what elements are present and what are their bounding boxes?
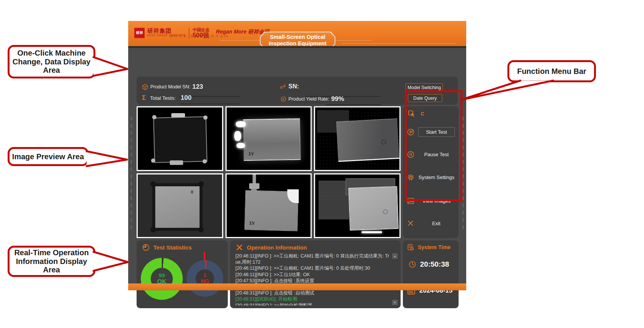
pointer-function-menu	[461, 81, 553, 100]
preview-cell-5[interactable]: 1Y	[225, 173, 312, 238]
underline	[326, 104, 381, 105]
product-model-label: Product Model SN:	[150, 84, 190, 90]
window-header: 研祥 研祥集团 EVOC GROUP SINCE1979 中国企业 500强 R…	[128, 21, 466, 46]
glass-panel	[336, 118, 399, 162]
sn-label: SN:	[288, 83, 299, 90]
logo-brand-cn: 研祥集团	[147, 28, 185, 34]
photo-mark: 1Y	[249, 220, 255, 226]
test-statistics-header: Test Statistics	[142, 243, 192, 251]
menu-item-exit[interactable]: Exit	[407, 219, 455, 227]
ng-donut: 1 NG	[187, 260, 223, 297]
glass-panel	[348, 186, 398, 231]
scroll-down-button[interactable]: ▾	[392, 300, 398, 305]
callout-image-preview: Image Preview Area	[8, 147, 89, 166]
pointer-data-area	[93, 57, 127, 76]
menu-item-label: Exit	[418, 221, 455, 226]
package-icon	[142, 84, 148, 90]
test-statistics-title: Test Statistics	[153, 244, 192, 251]
callout-realtime-info: Real-Time Operation Information Display …	[8, 246, 95, 277]
sigma-icon: Σ	[142, 94, 146, 102]
preview-cell-2[interactable]: 1Y	[225, 106, 312, 171]
total-tests-value: 100	[181, 94, 192, 102]
test-statistics-panel: Test Statistics 99 OK 1 NG	[137, 240, 228, 308]
yield-value: 99%	[331, 95, 344, 103]
total-tests-label: Total Tests:	[150, 95, 175, 101]
log-entry: [20:46:11][INFO ]: >>工位相机: CAM1 图片编号: 0 …	[235, 265, 390, 271]
clock-row: 20:50:38	[408, 260, 449, 269]
circle-mark	[382, 140, 386, 144]
corner-knob	[198, 181, 204, 187]
logo-tagline: 读码专家·屏检专家·研祥金码	[169, 34, 229, 39]
log-entry: [20:46:11][INFO ]: >>工位相机: CAM1 图片编号: 0 …	[235, 253, 390, 265]
total-tests-item: Σ Total Tests: 100	[142, 94, 192, 102]
glare-blob	[234, 131, 241, 141]
pointer-realtime-info	[93, 252, 128, 271]
scroll-up-button[interactable]: ▴	[392, 253, 398, 259]
top-tab	[171, 113, 185, 117]
logo-mark-icon: 研祥	[134, 28, 145, 38]
check-circle-icon	[280, 96, 287, 102]
glare-blob	[237, 143, 245, 148]
circle-mark	[383, 210, 388, 214]
log-entry: [20:46:11][INFO ]: >>工位1结果: OK	[235, 272, 390, 278]
preview-cell-3[interactable]	[314, 106, 401, 171]
yield-item: Product Yield Rate: 99%	[280, 95, 344, 103]
pointer-image-preview	[87, 151, 127, 166]
route-icon	[279, 83, 287, 90]
product-model-item: Product Model SN: 123	[142, 83, 203, 91]
corner-dot	[203, 159, 207, 163]
textured-square	[319, 181, 349, 219]
system-time-value: 20:50:38	[420, 260, 449, 269]
sn-item: SN:	[279, 83, 301, 90]
log-entry: [20:47:53][INFO ]: 点击按钮 :系统设置	[235, 278, 390, 284]
log-entry: [20:48:31][DEBUG]: 开始检测	[235, 296, 390, 302]
tube	[253, 174, 256, 184]
underline	[179, 104, 240, 104]
system-time-header: System Time	[407, 243, 451, 251]
crossed-tools-icon	[235, 243, 243, 251]
system-time-title: System Time	[418, 244, 451, 250]
ng-count: 1	[203, 272, 206, 278]
header-decor-line	[342, 43, 456, 44]
doc-clock-icon	[407, 243, 414, 251]
clock-icon	[408, 260, 417, 269]
preview-cell-1[interactable]	[137, 106, 223, 171]
preview-cell-4[interactable]: II	[137, 173, 223, 238]
specimen-frame	[153, 116, 207, 163]
right-edge-decor	[462, 117, 464, 231]
left-edge-decor	[130, 117, 132, 231]
product-model-value: 123	[192, 83, 203, 91]
callout-data-area: One-Click Machine Change, Data Display A…	[8, 45, 95, 78]
ok-donut: 99 OK	[141, 258, 183, 300]
tube-connector	[249, 183, 259, 189]
operation-information-header: Operation Information	[235, 243, 307, 251]
exit-icon	[407, 219, 414, 227]
window-footer	[128, 283, 466, 290]
pie-chart-icon	[142, 243, 150, 251]
app-title-line1: Small-Screen Optical	[270, 34, 325, 40]
corner-knob	[150, 227, 156, 232]
callout-function-menu: Function Menu Bar	[507, 60, 596, 82]
screenshot-canvas: 研祥 研祥集团 EVOC GROUP SINCE1979 中国企业 500强 R…	[0, 0, 644, 328]
image-preview-area: 1Y II	[137, 106, 401, 238]
log-entry: [20:48:31][INFO ]: >>初始化检测配置	[235, 302, 390, 306]
bright-bar	[362, 231, 382, 233]
yield-label: Product Yield Rate:	[288, 96, 329, 102]
photo-mark: 1Y	[248, 151, 254, 157]
noise-overlay	[319, 181, 349, 219]
log-list[interactable]: [20:46:11][INFO ]: >>工位相机: CAM1 图片编号: 0 …	[235, 253, 390, 306]
corner-dot	[203, 115, 208, 120]
corner-knob	[198, 227, 204, 232]
logo-rank-1: 中国企业	[193, 28, 209, 32]
system-time-panel: System Time 20:50:38 2024-08-15	[403, 240, 459, 308]
log-entry: [20:48:31][INFO ]: 点击按钮 :自动测试	[235, 290, 390, 296]
function-menu-annotation-rect	[405, 90, 462, 201]
corner-dot	[152, 115, 156, 119]
specimen-frame	[152, 183, 203, 231]
operation-information-panel: Operation Information [20:46:11][INFO ]:…	[230, 240, 401, 308]
preview-cell-6[interactable]	[314, 173, 401, 238]
ok-count: 99	[159, 272, 165, 279]
bottom-tab	[170, 160, 183, 165]
glare-blob	[236, 121, 246, 127]
operation-information-title: Operation Information	[247, 244, 307, 251]
